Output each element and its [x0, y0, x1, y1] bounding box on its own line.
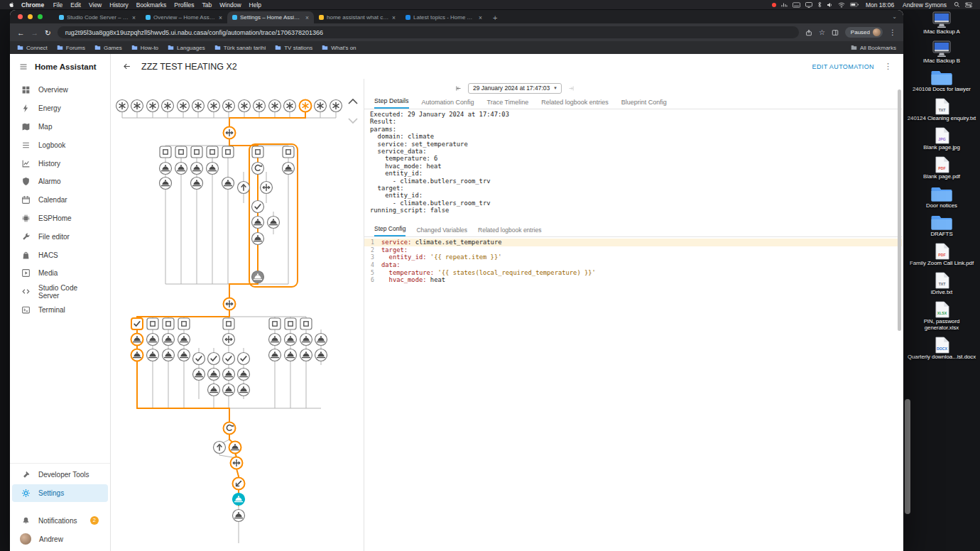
browser-tab-latest-topics-home-assistant[interactable]: Latest topics - Home Assistant× [401, 11, 487, 23]
trace-node-svc[interactable] [300, 334, 312, 346]
sidebar-item-alarmo[interactable]: Alarmo [12, 173, 108, 191]
trace-node-svc[interactable] [131, 334, 143, 346]
trace-node-ast[interactable] [116, 100, 129, 112]
trace-node-svc[interactable] [269, 334, 281, 346]
trace-node-svc[interactable] [252, 271, 264, 283]
sidebar-item-hacs[interactable]: HACS [12, 246, 108, 264]
trace-node-cross[interactable] [231, 457, 243, 469]
bluetooth-icon[interactable] [817, 1, 822, 8]
previous-run-icon[interactable] [455, 85, 462, 92]
address-bar[interactable]: rug2t95l3ua8gg8x19uzpqhzll5hwvd5.ui.nabu… [58, 26, 799, 38]
side-panel-icon[interactable] [832, 29, 839, 36]
screen-recording-icon[interactable] [772, 3, 776, 7]
trace-node-svc[interactable] [269, 349, 281, 361]
trace-node-chk[interactable] [252, 201, 264, 213]
trace-node-cross[interactable] [261, 182, 273, 194]
trace-node-ast[interactable] [284, 100, 296, 112]
overflow-menu-icon[interactable]: ⋮ [884, 62, 892, 71]
trace-node-svc[interactable] [131, 349, 143, 361]
desktop-icon-idrive-txt[interactable]: TXTiDrive.txt [905, 272, 979, 296]
desktop-icon-240108-docs-for-lawyer[interactable]: 240108 Docs for lawyer [905, 70, 979, 93]
trace-node-svc[interactable] [233, 493, 245, 506]
trace-node-sq[interactable] [147, 318, 158, 329]
trace-node-sq[interactable] [283, 146, 294, 158]
sidebar-item-energy[interactable]: Energy [12, 99, 108, 118]
menu-item-bookmarks[interactable]: Bookmarks [136, 1, 167, 9]
desktop-icon-drafts[interactable]: DRAFTS [905, 214, 979, 238]
trace-node-sq[interactable] [300, 318, 312, 329]
trace-node-svc[interactable] [252, 233, 264, 245]
trace-node-svc[interactable] [315, 349, 327, 361]
trace-node-chk[interactable] [208, 353, 220, 365]
forward-button[interactable]: → [31, 28, 39, 37]
tab-close-icon[interactable]: × [392, 14, 396, 21]
reload-button[interactable]: ↻ [45, 28, 51, 37]
desktop-icon-240124-cleaning-enquiry-txt[interactable]: TXT240124 Cleaning enquiry.txt [905, 98, 979, 122]
menu-item-edit[interactable]: Edit [70, 1, 81, 9]
trace-node-ast[interactable] [223, 100, 235, 112]
trace-node-cross[interactable] [224, 298, 236, 310]
stats-icon[interactable] [781, 2, 788, 8]
browser-tab-overview-home-assistant[interactable]: Overview – Home Assistant× [141, 11, 227, 23]
tab-search-icon[interactable]: ⌄ [892, 13, 897, 20]
trace-node-svc[interactable] [283, 163, 295, 175]
trace-node-ast[interactable] [300, 100, 312, 112]
trace-node-chk[interactable] [238, 353, 250, 365]
trace-node-sq[interactable] [269, 318, 281, 329]
trace-date-select[interactable]: 29 January 2024 at 17:47:03 ▾ [468, 83, 562, 94]
trace-node-svc[interactable] [208, 369, 220, 381]
menu-item-view[interactable]: View [89, 1, 102, 9]
keyboard-icon[interactable] [793, 2, 800, 8]
control-center-icon[interactable] [965, 2, 972, 8]
bookmark-star-icon[interactable]: ☆ [819, 28, 825, 36]
back-button[interactable]: ← [17, 28, 25, 37]
trace-node-sq[interactable] [175, 146, 187, 158]
trace-node-sq[interactable] [223, 318, 234, 329]
sidebar-item-history[interactable]: History [12, 154, 108, 173]
tab-close-icon[interactable]: × [479, 14, 482, 21]
next-run-icon[interactable] [568, 85, 575, 92]
trace-node-sq[interactable] [163, 318, 174, 329]
trace-node-ref[interactable] [252, 163, 264, 175]
menu-app-name[interactable]: Chrome [21, 1, 44, 9]
bookmark-how-to[interactable]: How-to [131, 45, 158, 51]
tab-trace-timeline[interactable]: Trace Timeline [487, 99, 529, 109]
menu-item-help[interactable]: Help [249, 1, 261, 9]
wifi-icon[interactable] [838, 2, 845, 8]
config-tab-changed-variables[interactable]: Changed Variables [416, 227, 467, 236]
close-window-button[interactable] [18, 14, 23, 19]
trace-node-sq[interactable] [160, 146, 171, 158]
browser-tab-home-assistant-what-causes[interactable]: home assistant what causes...× [314, 11, 401, 23]
profile-paused-chip[interactable]: Paused [845, 27, 883, 38]
menu-user-name[interactable]: Andrew Symons [903, 1, 947, 9]
menu-clock[interactable]: Mon 18:06 [866, 1, 894, 9]
trace-node-svc[interactable] [300, 349, 312, 361]
sidebar-item-user[interactable]: Andrew [12, 530, 108, 548]
sidebar-item-overview[interactable]: Overview [12, 81, 108, 99]
desktop-icon-door-notices[interactable]: Door notices [905, 186, 979, 209]
desktop-icon-pin-password-generator-xlsx[interactable]: XLSXPIN, password generator.xlsx [905, 301, 979, 331]
sidebar-item-logbook[interactable]: Logbook [12, 136, 108, 154]
trace-graph[interactable] [111, 79, 364, 551]
tab-close-icon[interactable]: × [305, 14, 309, 21]
menu-item-window[interactable]: Window [219, 1, 241, 9]
trace-node-dl[interactable] [233, 478, 245, 490]
bookmark-what-s-on[interactable]: What's on [322, 45, 356, 51]
trace-node-ref[interactable] [224, 422, 236, 435]
trace-node-svc[interactable] [252, 217, 264, 229]
bookmark-connect[interactable]: Connect [17, 45, 48, 51]
trace-node-sq[interactable] [178, 318, 190, 329]
trace-node-svc[interactable] [315, 334, 327, 346]
trace-node-svc[interactable] [147, 334, 159, 346]
tab-automation-config[interactable]: Automation Config [422, 99, 474, 109]
sidebar-item-file-editor[interactable]: File editor [12, 227, 108, 246]
trace-node-svc[interactable] [207, 163, 219, 175]
trace-node-ast[interactable] [239, 100, 251, 112]
sidebar-item-calendar[interactable]: Calendar [12, 191, 108, 209]
zoom-window-button[interactable] [38, 14, 43, 19]
trace-node-chk[interactable] [131, 318, 143, 329]
browser-tab-settings-home-assistant[interactable]: Settings – Home Assistant× [227, 11, 314, 23]
trace-node-up[interactable] [214, 442, 226, 454]
desktop-icon-imac-backup-a[interactable]: iMac Backup A [905, 11, 979, 36]
trace-node-chk[interactable] [223, 353, 235, 365]
